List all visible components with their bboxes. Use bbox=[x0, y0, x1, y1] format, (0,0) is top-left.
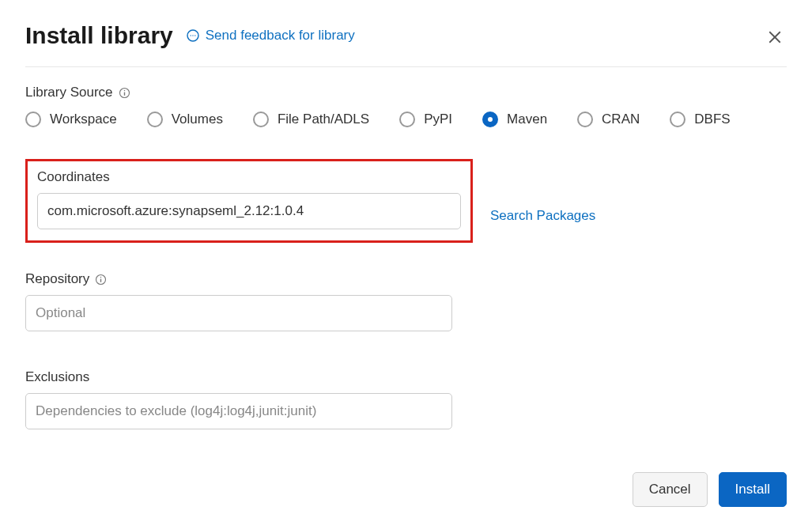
coordinates-row: Coordinates Search Packages bbox=[25, 159, 787, 243]
repository-group: Repository bbox=[25, 271, 787, 331]
radio-circle-icon bbox=[253, 112, 269, 127]
exclusions-input[interactable] bbox=[25, 393, 452, 429]
info-icon[interactable] bbox=[95, 274, 107, 285]
cancel-button[interactable]: Cancel bbox=[633, 472, 708, 507]
coordinates-label: Coordinates bbox=[37, 169, 461, 185]
send-feedback-link[interactable]: Send feedback for library bbox=[186, 28, 355, 43]
svg-point-2 bbox=[192, 35, 193, 36]
radio-circle-icon bbox=[399, 112, 415, 127]
dialog-header: Install library Send feedback for librar… bbox=[25, 22, 787, 49]
radio-label: PyPI bbox=[424, 112, 452, 127]
radio-label: Volumes bbox=[172, 112, 223, 127]
info-icon[interactable] bbox=[119, 87, 130, 99]
svg-point-1 bbox=[190, 35, 191, 36]
radio-circle-icon bbox=[577, 112, 593, 127]
radio-cran[interactable]: CRAN bbox=[577, 112, 640, 127]
radio-label: Workspace bbox=[50, 112, 117, 127]
install-button[interactable]: Install bbox=[719, 472, 787, 507]
exclusions-group: Exclusions bbox=[25, 369, 787, 429]
radio-circle-icon bbox=[25, 112, 41, 127]
svg-point-3 bbox=[195, 35, 195, 36]
feedback-link-label: Send feedback for library bbox=[206, 28, 355, 43]
coordinates-highlight-box: Coordinates bbox=[25, 159, 473, 243]
exclusions-label: Exclusions bbox=[25, 369, 787, 385]
radio-circle-icon bbox=[147, 112, 163, 127]
library-source-label: Library Source bbox=[25, 85, 787, 100]
radio-filepath[interactable]: File Path/ADLS bbox=[253, 112, 369, 127]
radio-label: File Path/ADLS bbox=[278, 112, 369, 127]
radio-circle-icon bbox=[670, 112, 685, 127]
svg-point-11 bbox=[100, 276, 102, 278]
radio-circle-icon bbox=[482, 112, 498, 127]
chat-bubble-icon bbox=[186, 28, 200, 43]
radio-label: Maven bbox=[507, 112, 547, 127]
dialog-footer: Cancel Install bbox=[633, 472, 787, 507]
repository-input[interactable] bbox=[25, 295, 452, 331]
coordinates-input[interactable] bbox=[37, 193, 461, 229]
search-packages-link[interactable]: Search Packages bbox=[490, 208, 595, 224]
header-divider bbox=[25, 66, 787, 67]
radio-maven[interactable]: Maven bbox=[482, 112, 547, 127]
dialog-title: Install library bbox=[25, 22, 173, 49]
radio-label: DBFS bbox=[694, 112, 730, 127]
radio-workspace[interactable]: Workspace bbox=[25, 112, 117, 127]
library-source-radio-group: Workspace Volumes File Path/ADLS PyPI Ma… bbox=[25, 112, 787, 127]
radio-pypi[interactable]: PyPI bbox=[399, 112, 452, 127]
radio-volumes[interactable]: Volumes bbox=[147, 112, 223, 127]
close-button[interactable] bbox=[768, 30, 782, 47]
radio-label: CRAN bbox=[602, 112, 640, 127]
repository-label: Repository bbox=[25, 271, 787, 287]
radio-dbfs[interactable]: DBFS bbox=[670, 112, 730, 127]
svg-point-8 bbox=[123, 89, 125, 91]
